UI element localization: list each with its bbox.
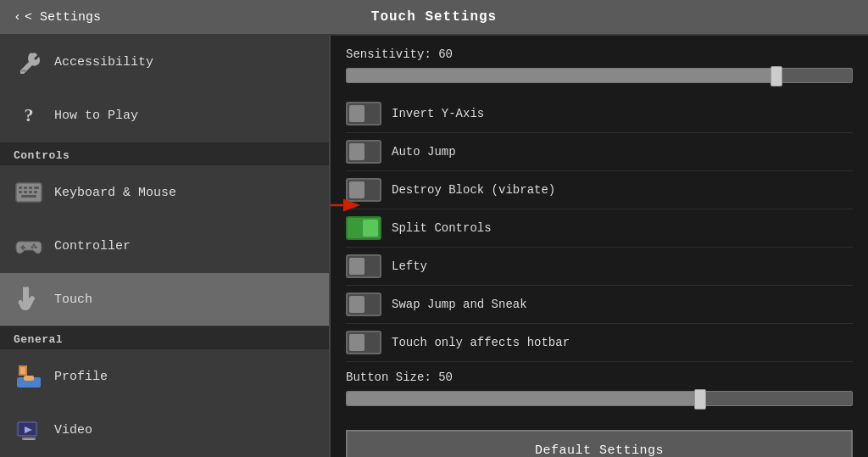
svg-point-14 — [35, 246, 37, 248]
svg-point-13 — [33, 244, 36, 247]
button-size-slider[interactable] — [346, 391, 853, 406]
invert-y-label: Invert Y-Axis — [392, 107, 484, 120]
default-settings-button[interactable]: Default Settings — [346, 430, 853, 457]
accessibility-label: Accessibility — [54, 55, 153, 70]
sidebar-item-touch[interactable]: Touch — [0, 273, 329, 326]
wrench-icon — [14, 47, 44, 77]
sensitivity-slider-thumb[interactable] — [771, 66, 782, 86]
sidebar: Accessibility ? How to Play Controls — [0, 36, 331, 457]
split-controls-label: Split Controls — [392, 221, 492, 235]
toggle-row-split-controls: Split Controls — [346, 209, 853, 248]
sidebar-item-controller[interactable]: Controller — [0, 220, 329, 273]
svg-rect-7 — [24, 191, 27, 193]
touch-label: Touch — [54, 293, 92, 307]
toggle-row-invert-y: Invert Y-Axis — [346, 95, 853, 133]
swap-jump-label: Swap Jump and Sneak — [392, 298, 527, 311]
svg-rect-19 — [24, 376, 34, 381]
svg-rect-0 — [21, 70, 26, 72]
invert-y-toggle[interactable] — [346, 102, 381, 125]
auto-jump-toggle[interactable] — [346, 140, 381, 164]
sensitivity-slider-fill — [347, 69, 776, 82]
page-title: Touch Settings — [371, 9, 497, 25]
controller-icon — [14, 231, 44, 261]
question-icon: ? — [14, 100, 44, 131]
profile-label: Profile — [54, 370, 108, 384]
content-area: Sensitivity: 60 Invert Y-Axis Auto Jump … — [331, 36, 868, 457]
controls-section-label: Controls — [0, 142, 329, 166]
svg-rect-5 — [34, 187, 39, 189]
button-size-label: Button Size: 50 — [346, 371, 853, 384]
video-label: Video — [54, 423, 92, 437]
general-section-label: General — [0, 326, 329, 350]
title-bar: ‹ < Settings Touch Settings — [0, 0, 868, 36]
svg-rect-2 — [19, 187, 22, 189]
split-controls-toggle[interactable] — [346, 216, 381, 240]
sidebar-item-keyboard-mouse[interactable]: Keyboard & Mouse — [0, 166, 329, 220]
toggle-inner — [349, 258, 364, 275]
lefty-label: Lefty — [392, 259, 427, 273]
back-button[interactable]: ‹ < Settings — [14, 10, 101, 25]
toggle-inner — [349, 334, 364, 351]
profile-icon — [14, 361, 44, 392]
touch-hotbar-toggle[interactable] — [346, 331, 381, 354]
sensitivity-label: Sensitivity: 60 — [346, 47, 853, 61]
touch-hotbar-label: Touch only affects hotbar — [392, 336, 570, 349]
toggle-row-swap-jump: Swap Jump and Sneak — [346, 286, 853, 324]
main-layout: Accessibility ? How to Play Controls — [0, 36, 868, 457]
svg-point-15 — [31, 246, 34, 248]
svg-rect-3 — [24, 187, 27, 189]
svg-rect-8 — [29, 191, 32, 193]
svg-rect-10 — [21, 195, 36, 198]
keyboard-icon — [14, 177, 44, 208]
toggle-row-touch-hotbar: Touch only affects hotbar — [346, 324, 853, 362]
toggle-inner — [349, 296, 364, 313]
toggle-inner — [363, 220, 378, 237]
sidebar-item-video[interactable]: Video — [0, 404, 329, 457]
button-size-slider-thumb[interactable] — [694, 389, 706, 410]
controller-label: Controller — [54, 239, 131, 254]
toggle-inner — [349, 181, 364, 198]
svg-rect-4 — [29, 187, 32, 189]
back-icon: ‹ — [14, 10, 21, 25]
sidebar-item-profile[interactable]: Profile — [0, 350, 329, 404]
svg-rect-9 — [34, 191, 37, 193]
toggle-row-lefty: Lefty — [346, 248, 853, 286]
svg-rect-17 — [20, 367, 25, 374]
toggle-row-destroy-block: Destroy Block (vibrate) — [346, 171, 853, 209]
destroy-block-toggle[interactable] — [346, 178, 381, 202]
back-label[interactable]: < Settings — [25, 10, 101, 25]
destroy-block-label: Destroy Block (vibrate) — [392, 183, 555, 197]
sidebar-item-accessibility[interactable]: Accessibility — [0, 36, 329, 89]
video-icon — [14, 415, 44, 445]
toggle-inner — [349, 105, 364, 122]
svg-rect-6 — [19, 191, 22, 193]
sidebar-item-how-to-play[interactable]: ? How to Play — [0, 89, 329, 142]
sensitivity-slider[interactable] — [346, 68, 853, 83]
lefty-toggle[interactable] — [346, 254, 381, 278]
toggle-inner — [349, 143, 364, 160]
button-size-slider-fill — [347, 392, 700, 405]
keyboard-mouse-label: Keyboard & Mouse — [54, 186, 176, 200]
swap-jump-toggle[interactable] — [346, 293, 381, 316]
auto-jump-label: Auto Jump — [392, 145, 456, 159]
svg-rect-23 — [24, 439, 34, 440]
svg-rect-12 — [20, 247, 25, 248]
touch-icon — [14, 284, 44, 315]
how-to-play-label: How to Play — [54, 109, 138, 123]
toggle-row-auto-jump: Auto Jump — [346, 133, 853, 171]
